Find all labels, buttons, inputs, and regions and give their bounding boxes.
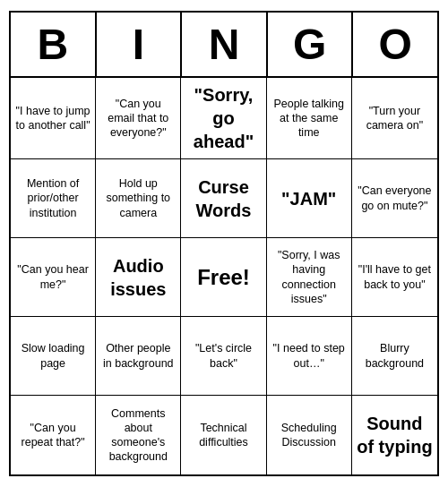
bingo-cell: Mention of prior/other institution xyxy=(11,159,96,238)
bingo-cell: "Sorry, I was having connection issues" xyxy=(267,238,352,317)
header-letter: G xyxy=(268,13,354,76)
bingo-cell: "I have to jump to another call" xyxy=(11,78,96,159)
bingo-cell: "Sorry, go ahead" xyxy=(181,78,266,159)
bingo-cell: Free! xyxy=(181,238,266,317)
bingo-cell: "Can you hear me?" xyxy=(11,238,96,317)
bingo-cell: "Turn your camera on" xyxy=(352,78,437,159)
bingo-cell: Other people in background xyxy=(96,317,181,396)
bingo-cell: "Can you repeat that?" xyxy=(11,396,96,474)
bingo-cell: Audio issues xyxy=(96,238,181,317)
bingo-cell: Comments about someone's background xyxy=(96,396,181,474)
bingo-cell: Slow loading page xyxy=(11,317,96,396)
bingo-cell: "I'll have to get back to you" xyxy=(352,238,437,317)
bingo-cell: Hold up something to camera xyxy=(96,159,181,238)
bingo-cell: "I need to step out…" xyxy=(267,317,352,396)
bingo-cell: "JAM" xyxy=(267,159,352,238)
bingo-cell: "Let's circle back" xyxy=(181,317,266,396)
bingo-cell: People talking at the same time xyxy=(267,78,352,159)
bingo-cell: Technical difficulties xyxy=(181,396,266,474)
header-letter: N xyxy=(182,13,268,76)
bingo-cell: Sound of typing xyxy=(352,396,437,474)
bingo-cell: Blurry background xyxy=(352,317,437,396)
header-letter: B xyxy=(11,13,97,76)
bingo-cell: "Can you email that to everyone?" xyxy=(96,78,181,159)
bingo-cell: Scheduling Discussion xyxy=(267,396,352,474)
bingo-grid: "I have to jump to another call""Can you… xyxy=(11,78,437,474)
header-letter: O xyxy=(353,13,437,76)
bingo-card: BINGO "I have to jump to another call""C… xyxy=(9,11,439,476)
bingo-cell: "Can everyone go on mute?" xyxy=(352,159,437,238)
bingo-cell: Curse Words xyxy=(181,159,266,238)
header-letter: I xyxy=(97,13,183,76)
bingo-header: BINGO xyxy=(11,13,437,78)
